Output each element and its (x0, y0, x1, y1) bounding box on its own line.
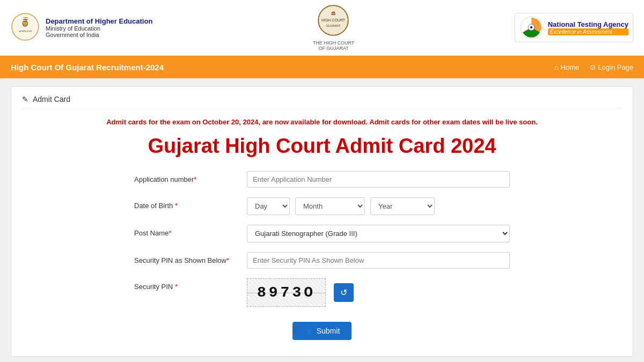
submit-label: Submit (317, 327, 340, 335)
dob-year-select[interactable]: Year (370, 197, 435, 215)
navbar-links: ⌂ Home ⊙ Login Page (554, 63, 633, 71)
home-link[interactable]: ⌂ Home (554, 63, 580, 71)
captcha-row: Security PIN * 8973O ↺ (134, 278, 510, 307)
govt-name: Government of India (46, 32, 152, 38)
ministry-name: Ministry of Education (46, 25, 152, 32)
post-label: Post Name* (134, 225, 241, 237)
section-header: ✎ Admit Card (22, 95, 622, 108)
nta-tagline: Excellence in Assessment (548, 28, 628, 35)
dob-day-select[interactable]: Day (247, 197, 290, 215)
login-label: Login Page (598, 63, 633, 71)
submit-user-icon: 👤 (304, 327, 313, 335)
header-left: 🇮🇳 🦁 सत्यमेव जयते Department of Higher E… (11, 12, 152, 44)
india-emblem-icon: 🇮🇳 🦁 सत्यमेव जयते (11, 12, 40, 44)
svg-text:⚖: ⚖ (331, 11, 335, 16)
svg-text:HIGH COURT: HIGH COURT (321, 18, 346, 22)
alert-banner: Admit cards for the exam on October 20, … (22, 115, 622, 129)
captcha-image: 8973O (247, 278, 326, 307)
navbar-title: High Court Of Gujarat Recruitment-2024 (11, 63, 164, 72)
security-pin-input[interactable] (247, 252, 510, 269)
dob-group: Day Month Year (247, 197, 510, 215)
post-name-row: Post Name* Gujarati Stenographer (Grade … (134, 225, 510, 242)
security-pin-label: Security PIN as Shown Below* (134, 252, 241, 264)
header-right: National Testing Agency Excellence in As… (515, 13, 633, 42)
court-label: THE HIGH COURT OF GUJARAT (313, 40, 354, 51)
svg-text:सत्यमेव जयते: सत्यमेव जयते (18, 29, 32, 33)
captcha-label: Security PIN * (134, 278, 241, 291)
security-pin-row: Security PIN as Shown Below* (134, 252, 510, 269)
post-select[interactable]: Gujarati Stenographer (Grade III) (247, 225, 510, 242)
home-icon: ⌂ (554, 63, 559, 71)
dob-row: Date of Birth * Day Month Year (134, 197, 510, 215)
nta-emblem-icon (519, 16, 544, 40)
login-link[interactable]: ⊙ Login Page (590, 63, 633, 71)
main-container: ✎ Admit Card Admit cards for the exam on… (11, 86, 633, 357)
login-icon: ⊙ (590, 63, 596, 71)
svg-text:GUJARAT: GUJARAT (326, 24, 341, 27)
nta-text-block: National Testing Agency Excellence in As… (548, 20, 628, 35)
gujarat-highcourt-icon: ⚖ HIGH COURT GUJARAT (316, 4, 351, 39)
header-center: ⚖ HIGH COURT GUJARAT THE HIGH COURT OF G… (313, 4, 354, 51)
captcha-container: 8973O ↺ (247, 278, 354, 307)
app-number-row: Application number* (134, 171, 510, 188)
section-label: Admit Card (33, 95, 70, 104)
edit-icon: ✎ (22, 95, 28, 104)
dept-info: Department of Higher Education Ministry … (46, 17, 152, 38)
svg-text:🦁: 🦁 (21, 20, 29, 27)
page-header: 🇮🇳 🦁 सत्यमेव जयते Department of Higher E… (0, 0, 644, 56)
dob-label: Date of Birth * (134, 197, 241, 210)
dept-name: Department of Higher Education (46, 17, 152, 25)
refresh-captcha-button[interactable]: ↺ (334, 283, 354, 302)
main-title: Gujarat High Court Admit Card 2024 (22, 135, 622, 158)
nta-logo: National Testing Agency Excellence in As… (515, 13, 633, 42)
navbar: High Court Of Gujarat Recruitment-2024 ⌂… (0, 56, 644, 78)
nta-title: National Testing Agency (548, 20, 628, 28)
submit-row: 👤 Submit (134, 316, 510, 340)
home-label: Home (561, 63, 580, 71)
dob-month-select[interactable]: Month (295, 197, 365, 215)
svg-point-12 (530, 26, 532, 28)
app-number-input[interactable] (247, 171, 510, 188)
admit-card-form: Application number* Date of Birth * Day … (134, 171, 510, 340)
app-number-label: Application number* (134, 171, 241, 183)
submit-button[interactable]: 👤 Submit (292, 322, 352, 340)
